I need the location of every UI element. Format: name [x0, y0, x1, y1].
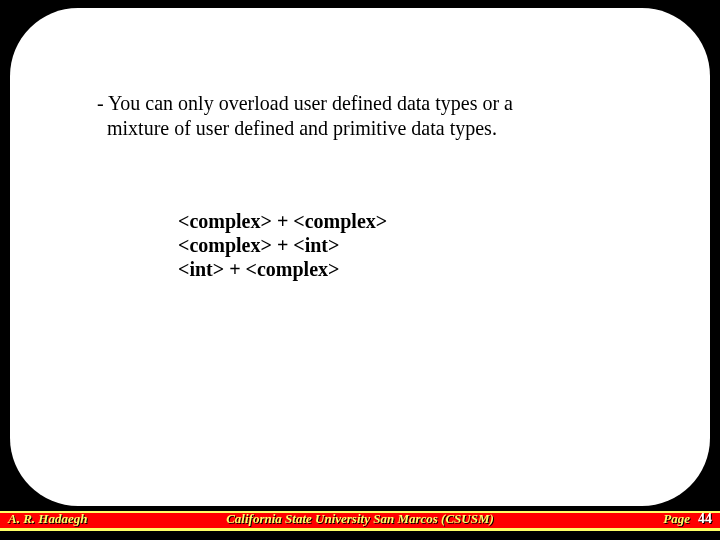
footer-university: California State University San Marcos (… — [0, 511, 720, 527]
example-line-1: <complex> + <complex> — [178, 209, 598, 233]
body-line-2: mixture of user defined and primitive da… — [97, 116, 657, 141]
slide-card: - You can only overload user defined dat… — [10, 8, 710, 506]
body-line-1: - You can only overload user defined dat… — [97, 91, 657, 116]
code-examples: <complex> + <complex> <complex> + <int> … — [178, 209, 598, 281]
footer-page-label: Page — [663, 511, 690, 527]
example-line-2: <complex> + <int> — [178, 233, 598, 257]
body-paragraph: - You can only overload user defined dat… — [97, 91, 657, 141]
footer-page-number: 44 — [698, 511, 712, 527]
example-line-3: <int> + <complex> — [178, 257, 598, 281]
